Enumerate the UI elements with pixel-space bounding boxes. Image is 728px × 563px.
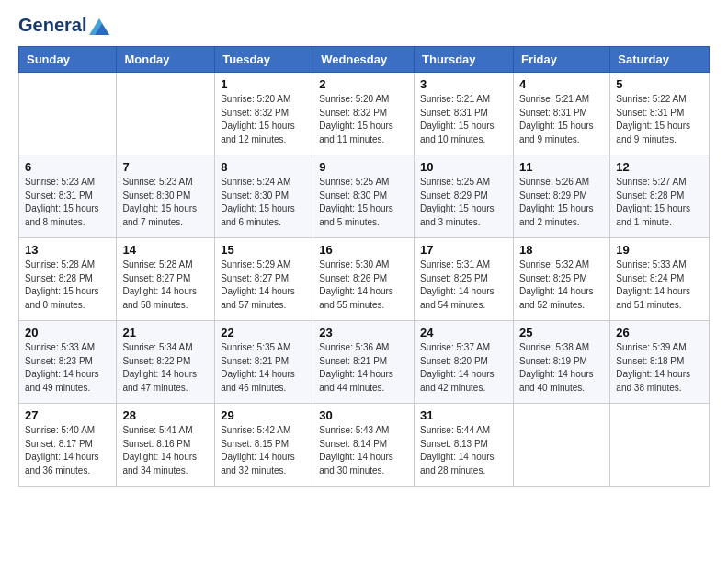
day-info: Sunrise: 5:37 AMSunset: 8:20 PMDaylight:…	[420, 341, 507, 395]
calendar-cell: 14Sunrise: 5:28 AMSunset: 8:27 PMDayligh…	[117, 238, 215, 321]
calendar-cell	[610, 404, 710, 487]
day-number: 5	[616, 77, 703, 91]
calendar-cell: 19Sunrise: 5:33 AMSunset: 8:24 PMDayligh…	[610, 238, 710, 321]
day-info: Sunrise: 5:28 AMSunset: 8:28 PMDaylight:…	[25, 259, 110, 312]
calendar-cell: 2Sunrise: 5:20 AMSunset: 8:32 PMDaylight…	[313, 73, 415, 155]
day-info: Sunrise: 5:23 AMSunset: 8:31 PMDaylight:…	[25, 176, 110, 229]
day-number: 29	[221, 408, 307, 422]
day-number: 25	[519, 326, 604, 339]
calendar-cell: 26Sunrise: 5:39 AMSunset: 8:18 PMDayligh…	[610, 321, 710, 404]
calendar-cell: 17Sunrise: 5:31 AMSunset: 8:25 PMDayligh…	[415, 238, 514, 321]
weekday-header-row: SundayMondayTuesdayWednesdayThursdayFrid…	[19, 47, 710, 73]
calendar-cell: 12Sunrise: 5:27 AMSunset: 8:28 PMDayligh…	[610, 155, 710, 238]
weekday-header-tuesday: Tuesday	[215, 47, 313, 73]
day-number: 1	[221, 77, 307, 91]
calendar-cell: 6Sunrise: 5:23 AMSunset: 8:31 PMDaylight…	[19, 155, 117, 238]
calendar-cell: 13Sunrise: 5:28 AMSunset: 8:28 PMDayligh…	[19, 238, 117, 321]
day-number: 15	[221, 243, 307, 257]
day-number: 12	[616, 160, 703, 174]
calendar-cell: 11Sunrise: 5:26 AMSunset: 8:29 PMDayligh…	[513, 155, 609, 238]
day-info: Sunrise: 5:34 AMSunset: 8:22 PMDaylight:…	[122, 341, 209, 395]
day-info: Sunrise: 5:28 AMSunset: 8:27 PMDaylight:…	[122, 259, 209, 312]
day-info: Sunrise: 5:36 AMSunset: 8:21 PMDaylight:…	[319, 341, 408, 395]
logo-text: General	[18, 15, 109, 35]
calendar-cell: 15Sunrise: 5:29 AMSunset: 8:27 PMDayligh…	[215, 238, 313, 321]
day-number: 13	[25, 243, 110, 257]
day-info: Sunrise: 5:43 AMSunset: 8:14 PMDaylight:…	[319, 424, 408, 477]
logo-icon	[89, 18, 109, 35]
calendar-cell: 23Sunrise: 5:36 AMSunset: 8:21 PMDayligh…	[313, 321, 415, 404]
day-number: 10	[420, 160, 507, 174]
weekday-header-friday: Friday	[513, 47, 609, 73]
day-info: Sunrise: 5:21 AMSunset: 8:31 PMDaylight:…	[420, 93, 507, 146]
day-info: Sunrise: 5:27 AMSunset: 8:28 PMDaylight:…	[616, 176, 703, 229]
day-number: 26	[616, 326, 703, 339]
day-number: 4	[519, 77, 604, 91]
calendar-cell: 1Sunrise: 5:20 AMSunset: 8:32 PMDaylight…	[215, 73, 313, 155]
day-info: Sunrise: 5:25 AMSunset: 8:29 PMDaylight:…	[420, 176, 507, 229]
week-row-2: 6Sunrise: 5:23 AMSunset: 8:31 PMDaylight…	[19, 155, 710, 238]
day-number: 8	[221, 160, 307, 174]
week-row-1: 1Sunrise: 5:20 AMSunset: 8:32 PMDaylight…	[19, 73, 710, 155]
weekday-header-thursday: Thursday	[415, 47, 514, 73]
day-info: Sunrise: 5:22 AMSunset: 8:31 PMDaylight:…	[616, 93, 703, 146]
calendar-cell: 9Sunrise: 5:25 AMSunset: 8:30 PMDaylight…	[313, 155, 415, 238]
day-info: Sunrise: 5:42 AMSunset: 8:15 PMDaylight:…	[221, 424, 307, 477]
calendar-cell: 16Sunrise: 5:30 AMSunset: 8:26 PMDayligh…	[313, 238, 415, 321]
day-info: Sunrise: 5:41 AMSunset: 8:16 PMDaylight:…	[122, 424, 209, 477]
page: General SundayMondayTuesdayWednesdayThur…	[0, 0, 728, 501]
day-info: Sunrise: 5:24 AMSunset: 8:30 PMDaylight:…	[221, 176, 307, 229]
day-info: Sunrise: 5:20 AMSunset: 8:32 PMDaylight:…	[319, 93, 408, 146]
week-row-4: 20Sunrise: 5:33 AMSunset: 8:23 PMDayligh…	[19, 321, 710, 404]
day-number: 3	[420, 77, 507, 91]
day-number: 19	[616, 243, 703, 257]
day-info: Sunrise: 5:20 AMSunset: 8:32 PMDaylight:…	[221, 93, 307, 146]
weekday-header-sunday: Sunday	[19, 47, 117, 73]
calendar-cell: 4Sunrise: 5:21 AMSunset: 8:31 PMDaylight…	[513, 73, 609, 155]
calendar-cell	[19, 73, 117, 155]
calendar-cell: 20Sunrise: 5:33 AMSunset: 8:23 PMDayligh…	[19, 321, 117, 404]
calendar-cell: 5Sunrise: 5:22 AMSunset: 8:31 PMDaylight…	[610, 73, 710, 155]
day-number: 27	[25, 408, 110, 422]
calendar-cell	[513, 404, 609, 487]
logo: General	[18, 15, 109, 35]
day-number: 17	[420, 243, 507, 257]
calendar-cell: 25Sunrise: 5:38 AMSunset: 8:19 PMDayligh…	[513, 321, 609, 404]
day-number: 11	[519, 160, 604, 174]
day-number: 2	[319, 77, 408, 91]
calendar-cell: 22Sunrise: 5:35 AMSunset: 8:21 PMDayligh…	[215, 321, 313, 404]
day-info: Sunrise: 5:26 AMSunset: 8:29 PMDaylight:…	[519, 176, 604, 229]
day-number: 16	[319, 243, 408, 257]
week-row-3: 13Sunrise: 5:28 AMSunset: 8:28 PMDayligh…	[19, 238, 710, 321]
day-number: 6	[25, 160, 110, 174]
calendar-cell: 10Sunrise: 5:25 AMSunset: 8:29 PMDayligh…	[415, 155, 514, 238]
calendar-cell	[117, 73, 215, 155]
calendar-cell: 28Sunrise: 5:41 AMSunset: 8:16 PMDayligh…	[117, 404, 215, 487]
day-info: Sunrise: 5:31 AMSunset: 8:25 PMDaylight:…	[420, 259, 507, 312]
day-info: Sunrise: 5:21 AMSunset: 8:31 PMDaylight:…	[519, 93, 604, 146]
day-number: 24	[420, 326, 507, 339]
day-info: Sunrise: 5:23 AMSunset: 8:30 PMDaylight:…	[122, 176, 209, 229]
week-row-5: 27Sunrise: 5:40 AMSunset: 8:17 PMDayligh…	[19, 404, 710, 487]
day-number: 28	[122, 408, 209, 422]
day-number: 14	[122, 243, 209, 257]
day-number: 20	[25, 326, 110, 339]
day-info: Sunrise: 5:38 AMSunset: 8:19 PMDaylight:…	[519, 341, 604, 395]
day-info: Sunrise: 5:39 AMSunset: 8:18 PMDaylight:…	[616, 341, 703, 395]
day-number: 9	[319, 160, 408, 174]
calendar: SundayMondayTuesdayWednesdayThursdayFrid…	[18, 46, 710, 487]
day-info: Sunrise: 5:35 AMSunset: 8:21 PMDaylight:…	[221, 341, 307, 395]
weekday-header-wednesday: Wednesday	[313, 47, 415, 73]
day-info: Sunrise: 5:33 AMSunset: 8:23 PMDaylight:…	[25, 341, 110, 395]
calendar-cell: 31Sunrise: 5:44 AMSunset: 8:13 PMDayligh…	[415, 404, 514, 487]
day-number: 7	[122, 160, 209, 174]
day-number: 30	[319, 408, 408, 422]
calendar-cell: 21Sunrise: 5:34 AMSunset: 8:22 PMDayligh…	[117, 321, 215, 404]
day-info: Sunrise: 5:30 AMSunset: 8:26 PMDaylight:…	[319, 259, 408, 312]
day-number: 31	[420, 408, 507, 422]
day-info: Sunrise: 5:25 AMSunset: 8:30 PMDaylight:…	[319, 176, 408, 229]
day-info: Sunrise: 5:29 AMSunset: 8:27 PMDaylight:…	[221, 259, 307, 312]
calendar-cell: 7Sunrise: 5:23 AMSunset: 8:30 PMDaylight…	[117, 155, 215, 238]
calendar-cell: 30Sunrise: 5:43 AMSunset: 8:14 PMDayligh…	[313, 404, 415, 487]
weekday-header-saturday: Saturday	[610, 47, 710, 73]
